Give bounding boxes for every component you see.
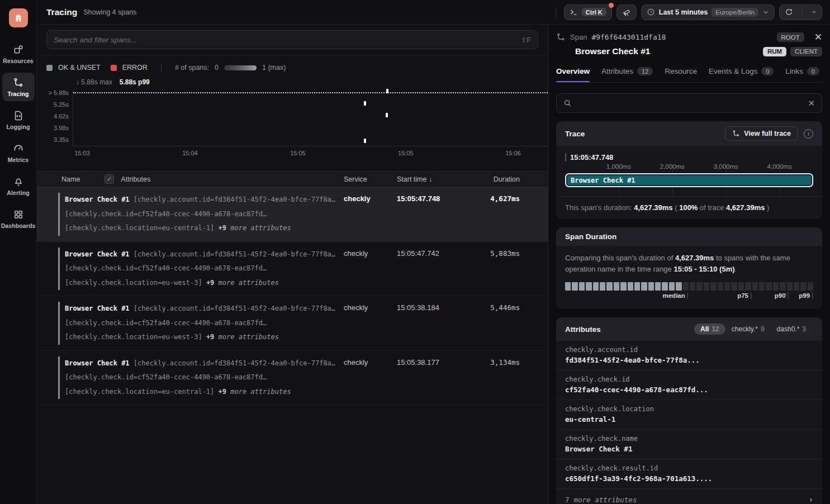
- col-start-time[interactable]: Start time ↓: [397, 175, 467, 183]
- trace-start-timestamp: 15:05:47.748: [565, 153, 813, 161]
- app-logo-icon[interactable]: [9, 8, 28, 27]
- sidebar-item-label: Resources: [3, 58, 34, 64]
- spans-table-header: Name ✓ Attributes Service Start time ↓ D…: [37, 171, 548, 187]
- refresh-button[interactable]: [780, 5, 798, 20]
- resources-icon: [13, 44, 24, 55]
- duration-histogram: [565, 282, 813, 291]
- legend-ok-label[interactable]: OK & UNSET: [58, 64, 101, 72]
- building-icon: [13, 12, 24, 23]
- filter-pill-checkly[interactable]: checkly.*9: [725, 324, 771, 335]
- tab-resource[interactable]: Resource: [665, 67, 697, 82]
- attribute-search-input[interactable]: ✕: [556, 93, 822, 113]
- sidebar-item-dashboards[interactable]: Dashboards: [2, 205, 35, 233]
- attribute-row[interactable]: checkly.check.id cf52fa40-ccec-4490-a678…: [556, 370, 822, 400]
- span-row[interactable]: Browser Check #1 [checkly.account.id=fd3…: [37, 187, 548, 242]
- notification-dot: [609, 3, 614, 8]
- filter-pill-all[interactable]: All12: [694, 324, 725, 335]
- info-icon[interactable]: i: [804, 129, 813, 139]
- tab-attributes[interactable]: Attributes12: [601, 67, 653, 82]
- attribute-value: fd384f51-45f2-4ea0-bfce-77f8a...: [565, 356, 813, 364]
- attributes-checkbox[interactable]: ✓: [105, 174, 114, 184]
- more-attributes-label: more attributes: [574, 496, 637, 504]
- span-data-point[interactable]: [364, 101, 366, 106]
- legend-error-label[interactable]: ERROR: [122, 64, 148, 72]
- detail-tabs: Overview Attributes12 Resource Events & …: [556, 67, 822, 83]
- attribute-key: checkly.check.location: [565, 405, 813, 413]
- span-attr: [checkly.check.location=eu-central-1]: [65, 224, 214, 232]
- clear-search-icon[interactable]: ✕: [808, 98, 815, 108]
- attribute-value: eu-central-1: [565, 415, 813, 424]
- span-attr: [checkly.check.id=cf52fa40-ccec-4490-a67…: [65, 264, 267, 272]
- sidebar-item-resources[interactable]: Resources: [2, 40, 35, 68]
- timeline-tick: 3,000ms: [714, 163, 738, 170]
- histogram-segment: [620, 282, 626, 291]
- percentile-marker-median: median: [663, 292, 688, 299]
- span-search-input[interactable]: Search and filter spans... ⇧F: [46, 30, 538, 49]
- spans-density-gradient: [224, 65, 257, 70]
- attribute-key: checkly.check.id: [565, 375, 813, 383]
- x-tick: 15:05: [398, 150, 414, 156]
- span-data-point[interactable]: [364, 139, 366, 143]
- histogram-segment: [641, 282, 647, 291]
- tab-links[interactable]: Links0: [785, 67, 819, 82]
- span-duration: 5,446ms: [467, 302, 520, 345]
- sidebar-item-alerting[interactable]: Alerting: [2, 172, 35, 200]
- trace-timeline: 15:05:47.748 1,000ms 2,000ms 3,000ms 4,0…: [565, 153, 813, 196]
- ok-swatch-icon: [46, 65, 53, 71]
- span-data-point[interactable]: [386, 113, 388, 117]
- histogram-segment: [766, 282, 771, 291]
- attribute-row[interactable]: checkly.check.location eu-central-1: [556, 400, 822, 430]
- span-row[interactable]: Browser Check #1 [checkly.account.id=fd3…: [37, 351, 548, 406]
- histogram-segment: [745, 282, 751, 291]
- attribute-row[interactable]: checkly.check.name Browser Check #1: [556, 430, 822, 459]
- toolbar-divider: [556, 7, 556, 18]
- scatter-plot[interactable]: [73, 89, 548, 146]
- histogram-segment: [787, 282, 793, 291]
- span-attr: [checkly.check.location=eu-central-1]: [65, 388, 214, 396]
- histogram-segment: [628, 282, 633, 291]
- span-data-point[interactable]: [386, 89, 388, 93]
- trace-total-duration: 4,627.39ms: [726, 203, 765, 212]
- filter-pill-dash0[interactable]: dash0.*3: [771, 324, 812, 335]
- refresh-options-button[interactable]: [807, 5, 822, 20]
- histogram-segment: [800, 282, 806, 291]
- col-service[interactable]: Service: [344, 175, 397, 183]
- chevron-down-icon: [762, 9, 769, 16]
- span-attr: [checkly.check.id=cf52fa40-ccec-4490-a67…: [65, 373, 267, 381]
- histogram-segment: [634, 282, 640, 291]
- attribute-row[interactable]: checkly.account.id fd384f51-45f2-4ea0-bf…: [556, 341, 822, 370]
- more-attributes-button[interactable]: 7 more attributes ›: [556, 489, 822, 504]
- announcements-button[interactable]: [616, 4, 637, 20]
- span-row[interactable]: Browser Check #1 [checkly.account.id=fd3…: [37, 242, 548, 297]
- selected-span-bar[interactable]: Browser Check #1: [565, 173, 813, 187]
- tracing-icon: [13, 77, 24, 88]
- histogram-segment: [696, 282, 702, 291]
- filter-bar: Search and filter spans... ⇧F: [37, 25, 548, 55]
- command-palette-button[interactable]: Ctrl K: [564, 4, 612, 20]
- span-start-time: 15:05:47.748: [397, 193, 467, 236]
- tab-overview[interactable]: Overview: [556, 67, 590, 82]
- legend-divider: [161, 64, 162, 72]
- span-attr: [checkly.account.id=fd384f51-45f2-4ea0-b…: [134, 359, 335, 367]
- span-service: checkly: [344, 248, 397, 291]
- span-row[interactable]: Browser Check #1 [checkly.account.id=fd3…: [37, 296, 548, 351]
- span-attr: [checkly.check.location=eu-west-3]: [65, 279, 202, 287]
- attribute-row[interactable]: checkly.check.result.id c650df1f-3a39-4f…: [556, 459, 822, 489]
- histogram-segment: [773, 282, 779, 291]
- close-icon[interactable]: ✕: [814, 32, 822, 42]
- span-icon: [556, 32, 566, 42]
- tab-events-logs[interactable]: Events & Logs0: [709, 67, 774, 82]
- sidebar-item-label: Logging: [6, 123, 30, 130]
- col-duration[interactable]: Duration: [467, 175, 520, 183]
- x-tick: 15:04: [182, 150, 198, 156]
- time-range-picker[interactable]: Last 5 minutes Europe/Berlin: [641, 4, 775, 20]
- view-full-trace-button[interactable]: View full trace: [725, 126, 798, 141]
- sidebar-item-tracing[interactable]: Tracing: [2, 73, 35, 101]
- sidebar-item-metrics[interactable]: Metrics: [2, 139, 35, 167]
- col-name[interactable]: Name: [61, 175, 80, 183]
- chart-header: ↓ 5.88s max 5.88s p99: [76, 78, 548, 86]
- sidebar-item-logging[interactable]: Logging: [2, 106, 35, 134]
- y-tick: 5.25s: [54, 101, 69, 108]
- more-attr-count: +9: [219, 224, 226, 232]
- timeline-tick: 1,000ms: [606, 163, 631, 170]
